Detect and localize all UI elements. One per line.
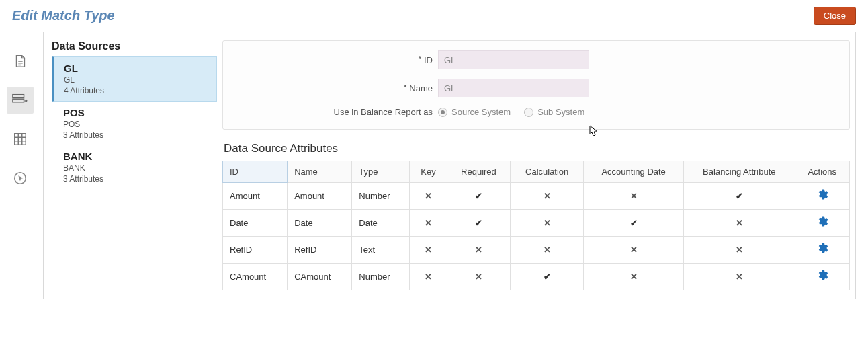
x-icon: ✕	[425, 272, 432, 282]
cell-name: Date	[288, 210, 352, 237]
id-field[interactable]	[438, 50, 589, 69]
cell-required: ✕	[447, 264, 510, 290]
cell-calculation: ✕	[511, 183, 584, 210]
cell-id: Amount	[223, 183, 288, 210]
col-key[interactable]: Key	[410, 161, 447, 183]
gear-icon[interactable]	[816, 242, 828, 258]
sub-system-radio[interactable]: Sub System	[524, 107, 584, 117]
cell-required: ✔	[447, 210, 510, 237]
svg-rect-4	[13, 99, 24, 102]
x-icon: ✕	[425, 218, 432, 228]
cell-actions	[795, 237, 849, 264]
nav-rail	[0, 32, 40, 192]
x-icon: ✕	[544, 245, 551, 255]
col-calculation[interactable]: Calculation	[511, 161, 584, 183]
x-icon: ✕	[475, 272, 482, 282]
cell-calculation: ✔	[511, 264, 584, 290]
cell-id: Date	[223, 210, 288, 237]
document-icon[interactable]	[7, 48, 34, 75]
data-source-form: *ID *Name Use in Balance Report as	[222, 40, 850, 130]
table-header-row: ID Name Type Key Required Calculation Ac…	[223, 161, 850, 183]
source-system-label: Source System	[451, 107, 511, 117]
cell-actions	[795, 183, 849, 210]
cell-key: ✕	[410, 237, 447, 264]
worksheet-icon[interactable]	[7, 126, 34, 153]
x-icon: ✕	[544, 191, 551, 201]
svg-rect-5	[15, 134, 26, 145]
data-source-item-title: POS	[63, 107, 210, 118]
check-icon: ✔	[475, 191, 482, 201]
data-source-item-sub: POS	[63, 120, 210, 129]
cell-type: Number	[352, 264, 410, 290]
cell-balancing: ✕	[684, 237, 795, 264]
attributes-title: Data Source Attributes	[224, 142, 855, 155]
col-required[interactable]: Required	[447, 161, 510, 183]
cell-accounting-date: ✕	[584, 183, 684, 210]
check-icon: ✔	[630, 218, 638, 228]
cell-accounting-date: ✔	[584, 210, 684, 237]
radio-icon	[438, 108, 447, 117]
data-source-item-sub: GL	[64, 75, 210, 85]
x-icon: ✕	[425, 245, 432, 255]
x-icon: ✕	[544, 218, 551, 228]
cell-required: ✕	[447, 237, 510, 264]
cell-key: ✕	[410, 210, 447, 237]
cell-required: ✔	[447, 183, 510, 210]
check-icon: ✔	[736, 191, 743, 201]
gear-icon[interactable]	[816, 215, 828, 231]
cell-accounting-date: ✕	[584, 264, 684, 290]
cell-key: ✕	[410, 183, 447, 210]
check-icon: ✔	[544, 272, 551, 282]
x-icon: ✕	[630, 191, 638, 201]
cell-type: Date	[352, 210, 410, 237]
data-source-item[interactable]: BANKBANK3 Attributes	[52, 145, 217, 189]
table-row[interactable]: DateDateDate✕✔✕✔✕	[223, 210, 850, 237]
data-source-item-meta: 4 Attributes	[64, 86, 210, 95]
pointer-icon[interactable]	[7, 165, 34, 192]
cell-balancing: ✔	[684, 183, 795, 210]
gear-icon[interactable]	[816, 269, 828, 284]
table-row[interactable]: CAmountCAmountNumber✕✕✔✕✕	[223, 264, 850, 290]
gear-icon[interactable]	[816, 188, 828, 204]
cell-actions	[795, 264, 849, 290]
data-source-item-meta: 3 Attributes	[63, 130, 210, 140]
cell-calculation: ✕	[511, 237, 584, 264]
attributes-table: ID Name Type Key Required Calculation Ac…	[222, 161, 850, 290]
cell-accounting-date: ✕	[584, 237, 684, 264]
x-icon: ✕	[736, 218, 743, 228]
source-system-radio[interactable]: Source System	[438, 107, 511, 117]
cell-type: Text	[352, 237, 410, 264]
x-icon: ✕	[736, 245, 743, 255]
table-row[interactable]: AmountAmountNumber✕✔✕✕✔	[223, 183, 850, 210]
table-row[interactable]: RefIDRefIDText✕✕✕✕✕	[223, 237, 850, 264]
col-id[interactable]: ID	[223, 161, 288, 183]
x-icon: ✕	[475, 245, 482, 255]
svg-rect-3	[13, 95, 24, 98]
id-label: *ID	[236, 55, 438, 65]
data-source-icon[interactable]	[7, 87, 34, 114]
x-icon: ✕	[630, 272, 638, 282]
data-source-list: Data Sources GLGL4 AttributesPOSPOS3 Att…	[44, 32, 217, 299]
name-field[interactable]	[438, 79, 589, 97]
check-icon: ✔	[475, 218, 482, 228]
cell-id: CAmount	[223, 264, 288, 290]
data-source-item[interactable]: POSPOS3 Attributes	[52, 102, 217, 145]
cell-name: CAmount	[288, 264, 352, 290]
x-icon: ✕	[425, 191, 432, 201]
name-label: *Name	[236, 83, 438, 93]
balance-report-label: Use in Balance Report as	[236, 107, 438, 117]
data-source-item-meta: 3 Attributes	[63, 174, 210, 184]
col-accounting-date[interactable]: Accounting Date	[584, 161, 684, 183]
col-name[interactable]: Name	[288, 161, 352, 183]
cell-actions	[795, 210, 849, 237]
data-source-item[interactable]: GLGL4 Attributes	[52, 56, 217, 102]
data-sources-header: Data Sources	[52, 40, 217, 52]
cell-id: RefID	[223, 237, 288, 264]
col-type[interactable]: Type	[352, 161, 410, 183]
close-button[interactable]: Close	[814, 7, 856, 25]
col-balancing[interactable]: Balancing Attribute	[684, 161, 795, 183]
col-actions[interactable]: Actions	[795, 161, 849, 183]
data-source-item-title: BANK	[63, 151, 210, 162]
data-source-item-title: GL	[64, 63, 210, 74]
x-icon: ✕	[736, 272, 743, 282]
